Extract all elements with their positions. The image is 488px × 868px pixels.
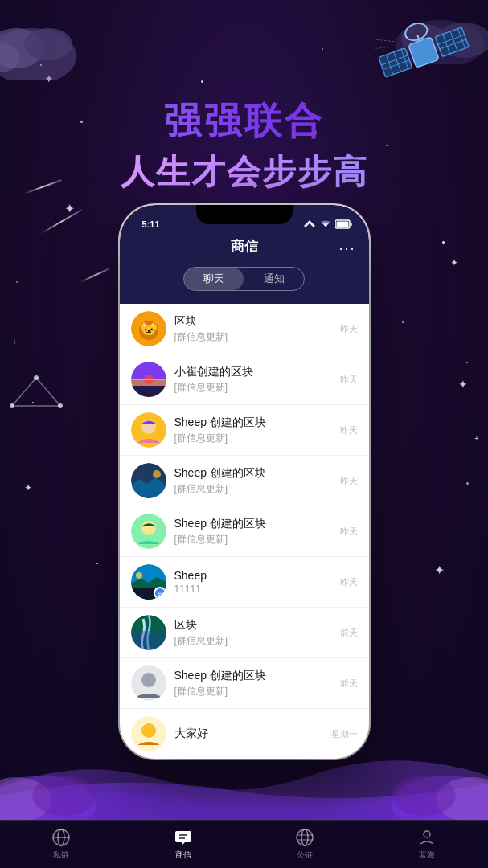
chat-icon (174, 828, 193, 847)
person-icon (417, 828, 437, 847)
chat-preview-7: [群信息更新] (174, 634, 332, 648)
tab-bar: 聊天 通知 (120, 267, 369, 304)
nav-item-public-chain[interactable]: 公链 (244, 821, 367, 868)
chat-meta-4: 昨天 (340, 475, 358, 487)
chat-meta-6: 昨天 (340, 576, 358, 588)
headline-container: 强强联合 人生才会步步高 (0, 96, 488, 194)
chat-meta-5: 昨天 (340, 526, 358, 538)
chat-name-1: 区块 (174, 314, 332, 329)
svg-marker-48 (131, 386, 166, 397)
chat-meta-2: 昨天 (340, 374, 358, 386)
chat-item-8[interactable]: Sheep 创建的区块 [群信息更新] 前天 (120, 658, 369, 709)
chat-info-2: 小崔创建的区块 [群信息更新] (174, 365, 332, 395)
svg-rect-14 (435, 27, 469, 56)
status-icons (303, 213, 353, 229)
chat-info-6: Sheep 11111 (174, 569, 332, 595)
chat-time-1: 昨天 (340, 323, 358, 335)
chat-time-9: 星期一 (331, 728, 358, 740)
chat-item-2[interactable]: 小崔创建的区块 [群信息更新] 昨天 (120, 354, 369, 405)
chain-icon (51, 828, 71, 847)
chat-preview-8: [群信息更新] (174, 685, 332, 698)
chat-meta-7: 前天 (340, 627, 358, 639)
avatar-3 (131, 412, 166, 448)
chat-info-3: Sheep 创建的区块 [群信息更新] (174, 416, 332, 445)
signal-icon (303, 219, 316, 229)
phone-body: 5:11 (120, 205, 369, 759)
chat-name-4: Sheep 创建的区块 (174, 466, 332, 481)
chat-info-9: 大家好 (174, 727, 323, 741)
chat-item-7[interactable]: 区块 [群信息更新] 前天 (120, 608, 369, 658)
chat-time-3: 昨天 (340, 424, 358, 436)
chat-meta-1: 昨天 (340, 323, 358, 335)
chat-item-4[interactable]: Sheep 创建的区块 [群信息更新] 昨天 (120, 456, 369, 506)
nav-label-blue-ocean: 蓝海 (419, 850, 435, 861)
nav-label-commerce: 商信 (175, 850, 191, 861)
svg-rect-37 (336, 222, 348, 227)
chat-item-1[interactable]: 🐱 区块 [群信息更新] 昨天 (120, 304, 369, 354)
nav-label-private-chain: 私链 (53, 850, 69, 861)
cloud-bottom-right (359, 760, 488, 824)
svg-point-2 (24, 28, 72, 60)
chat-meta-9: 星期一 (331, 728, 358, 740)
chat-info-5: Sheep 创建的区块 [群信息更新] (174, 517, 332, 547)
svg-rect-7 (408, 37, 439, 68)
tab-chat[interactable]: 聊天 (184, 268, 244, 290)
status-time: 5:11 (136, 213, 160, 229)
nav-item-private-chain[interactable]: 私链 (0, 821, 122, 868)
svg-point-62 (141, 723, 156, 738)
svg-point-55 (141, 521, 156, 535)
nav-item-blue-ocean[interactable]: 蓝海 (366, 821, 488, 868)
avatar-4 (131, 463, 166, 498)
chat-info-4: Sheep 创建的区块 [群信息更新] (174, 466, 332, 496)
chat-name-5: Sheep 创建的区块 (174, 517, 332, 531)
chat-item-5[interactable]: Sheep 创建的区块 [群信息更新] 昨天 (120, 506, 369, 557)
chat-name-9: 大家好 (174, 727, 323, 741)
svg-point-68 (297, 829, 313, 845)
chat-info-7: 区块 [群信息更新] (174, 618, 332, 648)
battery-icon (335, 219, 353, 229)
chat-name-6: Sheep (174, 569, 332, 582)
svg-point-60 (141, 673, 156, 687)
svg-point-72 (424, 831, 430, 837)
svg-rect-8 (379, 48, 412, 77)
svg-line-23 (375, 43, 392, 52)
chat-preview-1: [群信息更新] (174, 330, 332, 344)
chat-info-8: Sheep 创建的区块 [群信息更新] (174, 669, 332, 698)
svg-point-57 (136, 572, 142, 579)
globe-icon (295, 828, 314, 847)
svg-line-27 (12, 378, 36, 406)
headline-line2: 人生才会步步高 (0, 149, 488, 194)
app-header: 商信 ... (120, 232, 369, 267)
chat-item-6[interactable]: S Sheep 11111 昨天 (120, 557, 369, 608)
avatar-1: 🐱 (131, 311, 166, 346)
bottom-nav: 私链 商信 公链 蓝海 (0, 820, 488, 868)
chat-info-1: 区块 [群信息更新] (174, 314, 332, 344)
svg-line-22 (376, 34, 394, 47)
cloud-bottom-left (0, 760, 129, 824)
phone-notch (196, 205, 293, 224)
tab-notify[interactable]: 通知 (244, 268, 304, 290)
chat-name-7: 区块 (174, 618, 332, 633)
headline-line1: 强强联合 (0, 96, 488, 146)
chat-item-3[interactable]: Sheep 创建的区块 [群信息更新] 昨天 (120, 405, 369, 456)
chat-preview-3: [群信息更新] (174, 432, 332, 445)
chat-time-5: 昨天 (340, 526, 358, 538)
menu-button[interactable]: ... (338, 237, 355, 254)
chat-preview-5: [群信息更新] (174, 533, 332, 547)
app-title: 商信 (231, 239, 258, 254)
svg-line-28 (36, 378, 60, 406)
chat-preview-4: [群信息更新] (174, 482, 332, 496)
phone-mockup: 5:11 (120, 205, 369, 759)
avatar-9 (131, 716, 166, 751)
chat-item-9[interactable]: 大家好 星期一 (120, 709, 369, 759)
svg-rect-38 (350, 223, 352, 226)
chat-time-7: 前天 (340, 627, 358, 639)
avatar-8 (131, 665, 166, 701)
chat-time-4: 昨天 (340, 475, 358, 487)
svg-point-69 (301, 829, 308, 845)
nav-item-commerce[interactable]: 商信 (122, 821, 244, 868)
chat-time-6: 昨天 (340, 576, 358, 588)
chat-preview-2: [群信息更新] (174, 381, 332, 395)
svg-text:🐱: 🐱 (141, 321, 157, 337)
avatar-7 (131, 615, 166, 650)
